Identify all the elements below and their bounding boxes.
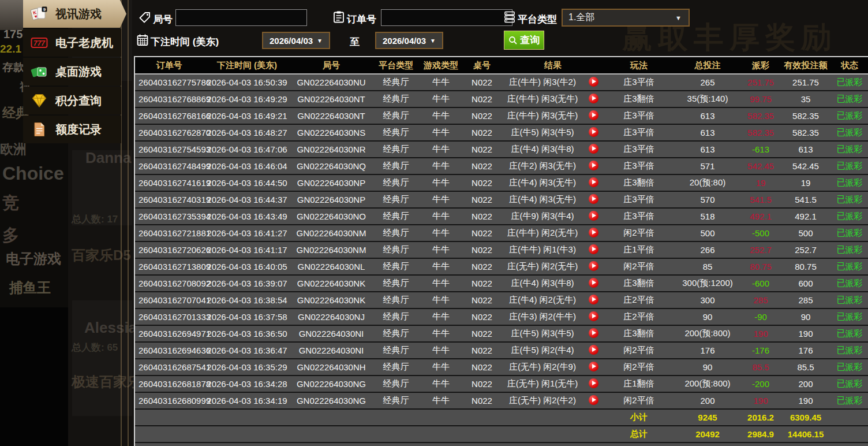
cell-status: 已派彩 (831, 194, 868, 205)
cell-platform: 经典厅 (372, 345, 420, 356)
round-no-label: 局号 (153, 13, 173, 26)
cell-order-no: 260403162707041 (135, 295, 203, 305)
replay-button[interactable] (589, 94, 598, 103)
cell-result: 庄(牛5) 闲3(牛5) (502, 328, 583, 339)
cell-round-no: GN022264030NI (291, 345, 372, 355)
search-button[interactable]: 查询 (504, 31, 544, 50)
cell-bet-time: 2026-04-03 16:49:21 (203, 111, 291, 121)
cell-round-no: GN022264030NI (291, 329, 372, 339)
replay-button[interactable] (589, 161, 598, 170)
cell-play-method: 庄3翻倍 (604, 177, 674, 188)
cell-table-no: N022 (462, 362, 502, 372)
replay-button[interactable] (589, 228, 598, 237)
replay-button[interactable] (589, 211, 598, 221)
cell-status: 已派彩 (831, 177, 868, 188)
replay-button[interactable] (589, 261, 598, 271)
cell-round-no: GN022264030NP (291, 195, 372, 205)
cell-valid-bet: 252.7 (780, 245, 831, 255)
menu-item-table-games[interactable]: 桌面游戏 (23, 58, 121, 86)
replay-button[interactable] (589, 328, 598, 338)
cell-game-type: 牛牛 (420, 395, 462, 406)
search-icon (508, 36, 518, 45)
replay-cell (583, 127, 604, 139)
replay-button[interactable] (589, 311, 598, 321)
cell-valid-bet: 600 (780, 278, 831, 288)
cell-order-no: 260403162735394 (135, 211, 203, 221)
date-from-picker[interactable]: 2026/04/03 ▼ (262, 32, 330, 49)
cell-platform: 经典厅 (372, 395, 420, 406)
backdrop-player-count: 总人数: 65 (72, 341, 118, 354)
cell-game-type: 牛牛 (420, 244, 462, 255)
cell-status: 已派彩 (831, 228, 868, 239)
table-row: 2604031627688692026-04-03 16:49:29GN0222… (135, 91, 868, 108)
cell-total-bet: 35(预:140) (674, 94, 741, 105)
backdrop-menu-egames: 电子游戏 (6, 250, 61, 268)
cell-result: 庄(牛9) 闲3(牛4) (502, 211, 583, 222)
cell-valid-bet: 35 (780, 94, 831, 104)
replay-button[interactable] (589, 378, 598, 388)
cell-round-no: GN022264030NG (291, 379, 372, 389)
cell-round-no: GN022264030NS (291, 128, 372, 137)
replay-button[interactable] (589, 295, 598, 304)
table-filler (135, 443, 868, 446)
column-header: 有效投注额 (780, 60, 831, 71)
cell-platform: 经典厅 (372, 177, 420, 188)
cell-round-no: GN022264030NM (291, 228, 372, 238)
table-row: 2604031626818782026-04-03 16:34:28GN0222… (135, 376, 868, 393)
cell-result: 庄(牛牛) 闲3(无牛) (502, 110, 583, 121)
replay-button[interactable] (589, 127, 598, 137)
menu-item-slots[interactable]: 777 电子老虎机 (23, 29, 121, 57)
replay-button[interactable] (589, 110, 598, 120)
replay-button[interactable] (589, 278, 598, 288)
replay-button[interactable] (589, 244, 598, 254)
chevron-down-icon: ▼ (430, 38, 436, 44)
replay-button[interactable] (589, 177, 598, 187)
cell-table-no: N022 (462, 345, 502, 355)
cell-payout: 582.35 (741, 128, 780, 137)
cell-platform: 经典厅 (372, 127, 420, 138)
replay-button[interactable] (589, 194, 598, 204)
cell-bet-time: 2026-04-03 16:35:29 (203, 362, 291, 372)
cell-total-bet: 570 (674, 195, 741, 205)
cell-bet-time: 2026-04-03 16:39:07 (203, 278, 291, 288)
app-window: 1756 22.1 存款 视 经典 欧洲 Choice 竞 多 电子游戏 捕鱼王… (0, 0, 868, 446)
cell-order-no: 260403162754593 (135, 144, 203, 154)
date-to-value: 2026/04/03 (383, 36, 426, 46)
cell-round-no: GN022264030NT (291, 111, 372, 121)
cell-status: 已派彩 (831, 94, 868, 105)
menu-item-credit-records[interactable]: 额度记录 (23, 116, 121, 143)
replay-cell (583, 228, 604, 239)
cell-status: 已派彩 (831, 362, 868, 373)
date-to-picker[interactable]: 2026/04/03 ▼ (375, 32, 443, 49)
cell-bet-time: 2026-04-03 16:34:19 (203, 396, 291, 406)
cell-table-no: N022 (462, 245, 502, 255)
replay-button[interactable] (589, 345, 598, 355)
cell-table-no: N022 (462, 379, 502, 389)
menu-item-label: 桌面游戏 (55, 64, 102, 80)
replay-button[interactable] (589, 144, 598, 154)
replay-cell (583, 211, 604, 222)
replay-cell (583, 328, 604, 340)
cell-valid-bet: 80.75 (780, 262, 831, 272)
cell-payout: 541.5 (741, 195, 780, 205)
replay-button[interactable] (589, 395, 598, 405)
replay-button[interactable] (589, 362, 598, 371)
round-no-input[interactable] (175, 9, 307, 26)
replay-button[interactable] (589, 77, 598, 87)
cell-total-bet: 200(预:800) (674, 328, 741, 339)
total-row: 总计 20492 2984.9 14406.15 (135, 426, 868, 443)
table-row: 2604031626809992026-04-03 16:34:19GN0222… (135, 393, 868, 410)
cell-status: 已派彩 (831, 244, 868, 255)
cell-payout: 99.75 (741, 94, 780, 104)
cell-play-method: 闲2平倍 (604, 362, 674, 373)
cell-payout: 85.5 (741, 362, 780, 372)
cell-round-no: GN022264030NM (291, 245, 372, 255)
menu-item-video-games[interactable]: K ♥ 9 视讯游戏 (23, 0, 126, 28)
cell-payout: 80.75 (741, 262, 780, 272)
order-no-input[interactable] (381, 9, 512, 26)
platform-type-select[interactable]: 1.全部 ▼ (562, 9, 690, 27)
menu-item-points-query[interactable]: 积分查询 (23, 87, 121, 114)
menu-item-label: 额度记录 (55, 122, 102, 137)
cell-table-no: N022 (462, 396, 502, 406)
cell-platform: 经典厅 (372, 278, 420, 289)
